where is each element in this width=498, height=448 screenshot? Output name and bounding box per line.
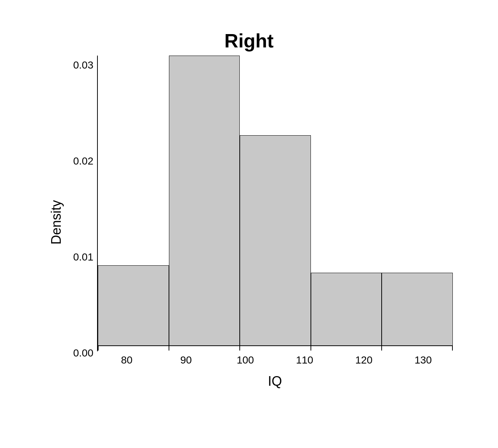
y-axis-label: Density (45, 56, 67, 389)
x-tick-120: 120 (334, 354, 394, 366)
y-tick-0.03: 0.03 (73, 59, 94, 71)
bar-100-110 (240, 135, 311, 345)
y-axis-ticks: 0.03 0.02 0.01 0.00 (67, 56, 97, 389)
x-tick-100: 100 (216, 354, 275, 366)
bars-wrapper (97, 56, 453, 346)
x-tick-130: 130 (394, 354, 453, 366)
x-tick-90: 90 (156, 354, 216, 366)
x-tick-marks (97, 346, 453, 351)
x-axis-label: IQ (97, 374, 453, 389)
x-tick-110: 110 (275, 354, 334, 366)
chart-title: Right (45, 30, 453, 52)
x-axis-ticks: 80 90 100 110 120 130 (97, 351, 453, 366)
chart-area: Density 0.03 0.02 0.01 0.00 (45, 56, 453, 389)
plot-area: 80 90 100 110 120 130 IQ (97, 56, 453, 389)
bar-110-120 (311, 273, 382, 345)
chart-container: Right Density 0.03 0.02 0.01 0.00 (45, 30, 453, 419)
bar-90-100 (169, 56, 240, 345)
y-tick-0.01: 0.01 (73, 251, 94, 263)
y-tick-0.00: 0.00 (73, 347, 94, 359)
bar-120-130 (382, 273, 453, 345)
bar-80-90 (98, 265, 169, 345)
bars-inner (98, 56, 453, 345)
x-tick-80: 80 (97, 354, 156, 366)
y-tick-0.02: 0.02 (73, 155, 94, 167)
